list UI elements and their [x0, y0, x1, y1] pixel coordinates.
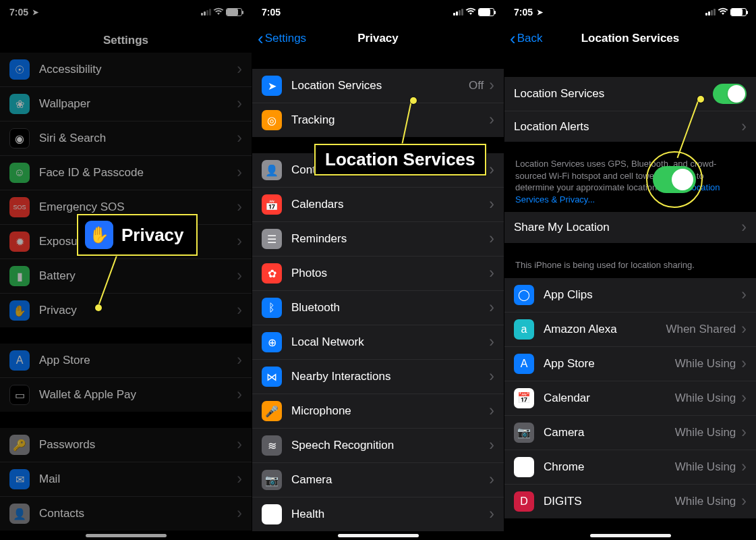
- row-app-store[interactable]: AApp Store›: [0, 344, 252, 377]
- photos-icon: ✿: [262, 263, 282, 284]
- row-label: Microphone: [291, 404, 484, 418]
- row-label: Camera: [291, 473, 484, 487]
- row-siri-search[interactable]: ◉Siri & Search›: [0, 121, 252, 155]
- row-battery[interactable]: ▮Battery›: [0, 259, 252, 293]
- status-time: 7:05: [262, 7, 281, 18]
- back-button[interactable]: ‹ Back: [510, 32, 542, 45]
- battery-icon: [226, 8, 242, 16]
- digits-icon: D: [514, 491, 534, 512]
- row-location-services[interactable]: ➤Location ServicesOff›: [252, 69, 504, 103]
- row-calendar[interactable]: 📅CalendarWhile Using›: [504, 381, 756, 415]
- row-label: Calendar: [544, 392, 670, 405]
- battery-icon: [478, 8, 494, 16]
- row-calendars[interactable]: 📅Calendars›: [252, 187, 504, 221]
- chevron-right-icon: ›: [489, 303, 494, 313]
- row-camera[interactable]: 📷Camera›: [252, 462, 504, 497]
- row-value: While Using: [675, 426, 736, 439]
- row-accessibility[interactable]: ☉Accessibility›: [0, 53, 252, 86]
- row-label: Calendars: [291, 198, 484, 211]
- health-icon: ♥: [262, 504, 282, 524]
- row-value: When Shared: [666, 323, 736, 336]
- row-local-network[interactable]: ⊕Local Network›: [252, 325, 504, 359]
- row-microphone[interactable]: 🎤Microphone›: [252, 394, 504, 428]
- calendars-icon: 📅: [262, 194, 282, 215]
- row-health[interactable]: ♥Health›: [252, 497, 504, 531]
- tracking-icon: ◎: [262, 110, 282, 130]
- battery-icon: ▮: [9, 266, 30, 286]
- row-label: Health: [291, 508, 484, 521]
- passwords-icon: 🔑: [9, 435, 30, 455]
- chevron-right-icon: ›: [237, 202, 242, 212]
- row-wallpaper[interactable]: ❀Wallpaper›: [0, 86, 252, 121]
- row-label: Face ID & Passcode: [39, 166, 231, 180]
- row-bluetooth[interactable]: ᛒBluetooth›: [252, 290, 504, 325]
- row-speech-recognition[interactable]: ≋Speech Recognition›: [252, 428, 504, 462]
- row-label: Share My Location: [514, 221, 736, 234]
- toggle-switch[interactable]: [713, 84, 747, 104]
- chevron-right-icon: ›: [489, 406, 494, 416]
- status-bar: 7:05➤: [504, 0, 756, 22]
- location-services-icon: ➤: [262, 76, 282, 96]
- chevron-right-icon: ›: [489, 200, 494, 209]
- row-wallet-apple-pay[interactable]: ▭Wallet & Apple Pay›: [0, 377, 252, 412]
- row-digits[interactable]: DDIGITSWhile Using›: [504, 484, 756, 518]
- chevron-right-icon: ›: [741, 290, 747, 300]
- cellular-icon: [705, 9, 716, 16]
- row-privacy[interactable]: ✋Privacy›: [0, 293, 252, 327]
- row-passwords[interactable]: 🔑Passwords›: [0, 428, 252, 462]
- wallet-apple-pay-icon: ▭: [9, 385, 30, 405]
- callout-toggle-on: [653, 166, 696, 193]
- chevron-right-icon: ›: [741, 122, 747, 132]
- row-label: Siri & Search: [39, 132, 231, 145]
- chevron-right-icon: ›: [741, 325, 747, 334]
- wallpaper-icon: ❀: [9, 94, 30, 114]
- row-label: Emergency SOS: [39, 200, 231, 214]
- cellular-icon: [453, 9, 463, 16]
- row-photos[interactable]: ✿Photos›: [252, 256, 504, 290]
- row-share-my-location[interactable]: Share My Location›: [504, 212, 756, 243]
- row-label: Bluetooth: [291, 301, 484, 315]
- screen-location-services: 7:05➤ ‹ Back Location Services Location …: [504, 0, 756, 540]
- cellular-icon: [201, 9, 211, 16]
- row-label: Location Alerts: [514, 120, 736, 134]
- chevron-right-icon: ›: [237, 65, 242, 74]
- home-indicator[interactable]: [338, 534, 419, 537]
- row-location-alerts[interactable]: Location Alerts›: [504, 111, 756, 142]
- row-app-clips[interactable]: ◯App Clips›: [504, 278, 756, 312]
- chevron-right-icon: ›: [741, 462, 747, 472]
- row-label: Photos: [291, 267, 484, 280]
- row-amazon-alexa[interactable]: aAmazon AlexaWhen Shared›: [504, 312, 756, 346]
- screen-privacy: 7:05 ‹ Settings Privacy ➤Location Servic…: [252, 0, 504, 540]
- back-button[interactable]: ‹ Settings: [258, 32, 306, 45]
- home-indicator[interactable]: [590, 534, 671, 537]
- row-label: Reminders: [291, 232, 484, 246]
- row-app-store[interactable]: AApp StoreWhile Using›: [504, 346, 756, 381]
- home-indicator[interactable]: [86, 534, 167, 537]
- chevron-right-icon: ›: [237, 99, 242, 109]
- row-location-services[interactable]: Location Services: [504, 77, 756, 111]
- chevron-right-icon: ›: [741, 359, 747, 369]
- row-nearby-interactions[interactable]: ⋈Nearby Interactions›: [252, 359, 504, 394]
- row-label: Speech Recognition: [291, 439, 484, 452]
- row-label: DIGITS: [544, 495, 670, 508]
- row-tracking[interactable]: ◎Tracking›: [252, 103, 504, 137]
- row-label: Accessibility: [39, 63, 231, 76]
- chevron-right-icon: ›: [489, 475, 494, 485]
- amazon-alexa-icon: a: [514, 319, 534, 340]
- camera-icon: 📷: [262, 470, 282, 490]
- row-mail[interactable]: ✉Mail›: [0, 462, 252, 496]
- row-label: App Store: [39, 354, 231, 367]
- row-label: Wallpaper: [39, 97, 231, 111]
- row-chrome[interactable]: ◎ChromeWhile Using›: [504, 450, 756, 484]
- row-contacts[interactable]: 👤Contacts›: [0, 496, 252, 531]
- row-face-id-passcode[interactable]: ☺Face ID & Passcode›: [0, 155, 252, 190]
- location-arrow-icon: ➤: [537, 8, 543, 17]
- row-camera[interactable]: 📷CameraWhile Using›: [504, 415, 756, 450]
- row-value: While Using: [675, 357, 736, 371]
- accessibility-icon: ☉: [9, 59, 30, 80]
- chevron-right-icon: ›: [489, 441, 494, 450]
- app-store-icon: A: [9, 350, 30, 371]
- row-label: App Store: [544, 357, 670, 371]
- row-label: Chrome: [544, 460, 670, 474]
- row-reminders[interactable]: ☰Reminders›: [252, 221, 504, 256]
